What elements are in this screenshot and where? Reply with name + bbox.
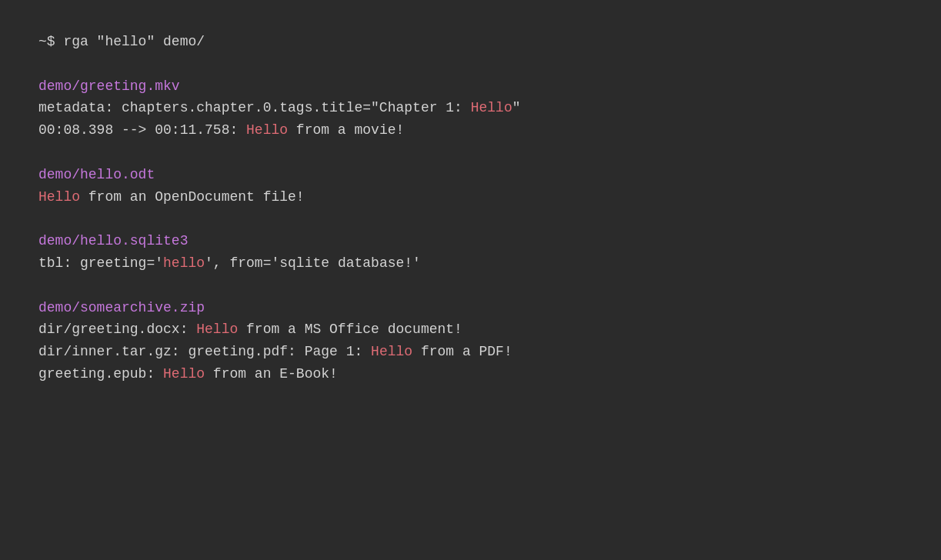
- prompt-line: ~$ rga "hello" demo/: [38, 31, 903, 53]
- normal-text: dir/greeting.docx:: [38, 322, 196, 337]
- normal-text: from a MS Office document!: [238, 322, 462, 337]
- filename-1: demo/hello.odt: [38, 164, 903, 186]
- result-line-1-0: Hello from an OpenDocument file!: [38, 186, 903, 208]
- result-line-0-1: 00:08.398 --> 00:11.758: Hello from a mo…: [38, 119, 903, 142]
- result-line-2-0: tbl: greeting='hello', from='sqlite data…: [38, 252, 903, 275]
- normal-text: from a PDF!: [412, 344, 512, 359]
- highlight-text: Hello: [471, 100, 512, 115]
- normal-text: from an E-Book!: [205, 366, 338, 382]
- highlight-text: Hello: [246, 122, 288, 138]
- highlight-text: Hello: [163, 366, 205, 382]
- result-line-0-0: metadata: chapters.chapter.0.tags.title=…: [38, 97, 903, 119]
- normal-text: metadata: chapters.chapter.0.tags.title=…: [38, 100, 471, 115]
- normal-text: ', from='sqlite database!': [205, 255, 421, 271]
- normal-text: from an OpenDocument file!: [80, 189, 305, 205]
- normal-text: ": [512, 100, 521, 115]
- highlight-text: Hello: [38, 189, 80, 205]
- normal-text: tbl: greeting=': [38, 255, 163, 271]
- normal-text: dir/inner.tar.gz: greeting.pdf: Page 1:: [38, 344, 371, 359]
- normal-text: from a movie!: [288, 122, 404, 138]
- result-line-3-1: dir/inner.tar.gz: greeting.pdf: Page 1: …: [38, 341, 903, 363]
- filename-3: demo/somearchive.zip: [38, 297, 903, 319]
- result-line-3-0: dir/greeting.docx: Hello from a MS Offic…: [38, 318, 903, 341]
- highlight-text: Hello: [196, 322, 238, 337]
- normal-text: greeting.epub:: [38, 366, 163, 382]
- result-line-3-2: greeting.epub: Hello from an E-Book!: [38, 363, 903, 385]
- terminal: ~$ rga "hello" demo/ demo/greeting.mkvme…: [38, 31, 903, 385]
- filename-0: demo/greeting.mkv: [38, 75, 903, 98]
- highlight-text: Hello: [371, 344, 412, 359]
- highlight-text: hello: [163, 255, 205, 271]
- normal-text: 00:08.398 --> 00:11.758:: [38, 122, 246, 138]
- filename-2: demo/hello.sqlite3: [38, 230, 903, 252]
